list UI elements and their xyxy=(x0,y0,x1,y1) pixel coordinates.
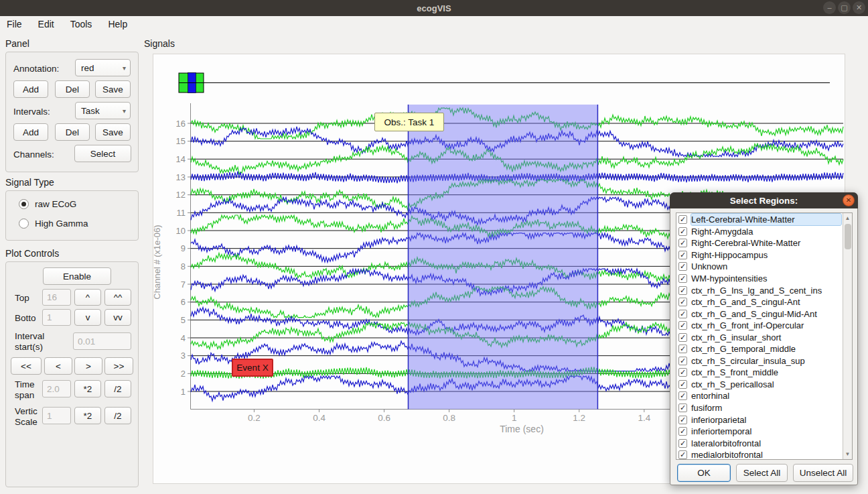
checkbox-checked-icon[interactable]: ✓ xyxy=(678,251,687,259)
checkbox-checked-icon[interactable]: ✓ xyxy=(678,227,687,236)
menu-file[interactable]: File xyxy=(0,19,30,29)
region-list-item[interactable]: ✓ctx_rh_G_insular_short xyxy=(676,331,843,343)
vscale-mul2-button[interactable]: *2 xyxy=(74,407,101,424)
time-span-input[interactable] xyxy=(42,380,71,397)
intervals-del-button[interactable]: Del xyxy=(55,123,90,141)
region-list-item[interactable]: ✓medialorbitofrontal xyxy=(676,449,843,460)
step-forward-button[interactable]: > xyxy=(74,357,102,375)
checkbox-checked-icon[interactable]: ✓ xyxy=(678,450,687,459)
minimize-icon[interactable]: – xyxy=(823,1,836,14)
close-icon[interactable]: ✕ xyxy=(853,1,865,14)
menu-edit[interactable]: Edit xyxy=(30,19,62,29)
ok-button[interactable]: OK xyxy=(677,464,731,482)
x-tick-label: 0.4 xyxy=(313,413,326,423)
channel-number-label: 4 xyxy=(181,333,186,343)
checkbox-checked-icon[interactable]: ✓ xyxy=(678,404,687,412)
unselect-all-button[interactable]: Unselect All xyxy=(793,464,853,482)
channels-select-button[interactable]: Select xyxy=(74,145,131,162)
region-list-item[interactable]: ✓ctx_rh_G_temporal_middle xyxy=(676,343,843,355)
x-tick-label: 0.2 xyxy=(248,413,261,423)
signal-type-groupbox xyxy=(5,190,139,241)
region-list-item[interactable]: ✓Unknown xyxy=(676,261,843,273)
checkbox-checked-icon[interactable]: ✓ xyxy=(678,274,687,283)
radio-high-gamma[interactable]: High Gamma xyxy=(19,219,88,229)
region-list-item[interactable]: ✓Left-Cerebral-White-Matter xyxy=(676,214,843,226)
checkbox-checked-icon[interactable]: ✓ xyxy=(678,262,687,271)
scroll-up-icon[interactable]: ▲ xyxy=(843,215,852,221)
top-input[interactable] xyxy=(42,289,71,306)
dialog-close-icon[interactable]: ✕ xyxy=(843,194,855,206)
checkbox-checked-icon[interactable]: ✓ xyxy=(678,215,687,224)
vscale-div2-button[interactable]: /2 xyxy=(104,407,131,424)
checkbox-checked-icon[interactable]: ✓ xyxy=(678,391,687,400)
checkbox-checked-icon[interactable]: ✓ xyxy=(678,345,687,353)
channel-upup-button[interactable]: ^^ xyxy=(104,289,131,306)
channel-downdown-button[interactable]: vv xyxy=(104,309,131,326)
interval-start-input[interactable] xyxy=(73,332,131,350)
select-all-button[interactable]: Select All xyxy=(736,464,788,482)
region-list-item[interactable]: ✓Right-Hippocampus xyxy=(676,249,843,261)
annotation-del-button[interactable]: Del xyxy=(55,80,90,98)
intervals-add-button[interactable]: Add xyxy=(13,123,48,141)
intervals-dropdown[interactable]: Task ▾ xyxy=(75,102,131,119)
region-list-item[interactable]: ✓entorhinal xyxy=(676,390,843,402)
checkbox-checked-icon[interactable]: ✓ xyxy=(678,321,687,330)
annotation-dropdown[interactable]: red ▾ xyxy=(75,59,131,76)
region-list-item[interactable]: ✓ctx_rh_G_front_inf-Opercular xyxy=(676,320,843,332)
channel-down-button[interactable]: v xyxy=(74,309,101,326)
page-forward-button[interactable]: >> xyxy=(104,357,133,375)
region-list-item[interactable]: ✓ctx_rh_S_pericallosal xyxy=(676,379,843,391)
vertical-scale-label: Vertic Scale xyxy=(15,406,45,428)
event-marker[interactable]: Event X xyxy=(232,359,273,377)
bottom-input[interactable] xyxy=(42,309,71,326)
region-label: ctx_rh_G_and_S_cingul-Ant xyxy=(691,296,843,308)
region-list-item[interactable]: ✓inferiorparietal xyxy=(676,414,843,426)
checkbox-checked-icon[interactable]: ✓ xyxy=(678,239,687,247)
checkbox-checked-icon[interactable]: ✓ xyxy=(678,298,687,306)
checkbox-checked-icon[interactable]: ✓ xyxy=(678,368,687,377)
region-list-item[interactable]: ✓Right-Amygdala xyxy=(676,226,843,238)
chevron-down-icon: ▾ xyxy=(123,64,126,72)
step-back-button[interactable]: < xyxy=(44,357,72,375)
vertical-scale-input[interactable] xyxy=(42,407,71,424)
annotation-add-button[interactable]: Add xyxy=(13,80,48,98)
region-label: ctx_rh_S_pericallosal xyxy=(691,379,843,390)
maximize-icon[interactable]: ▢ xyxy=(838,1,851,14)
channel-number-label: 11 xyxy=(177,208,186,218)
region-label: ctx_rh_S_front_middle xyxy=(691,367,843,378)
intervals-save-button[interactable]: Save xyxy=(95,123,131,141)
checkbox-checked-icon[interactable]: ✓ xyxy=(678,380,687,389)
checkbox-checked-icon[interactable]: ✓ xyxy=(678,439,687,448)
regions-list[interactable]: ✓Left-Cerebral-White-Matter✓Right-Amygda… xyxy=(676,212,853,460)
enable-button[interactable]: Enable xyxy=(43,267,111,285)
checkbox-checked-icon[interactable]: ✓ xyxy=(678,286,687,295)
checkbox-checked-icon[interactable]: ✓ xyxy=(678,416,687,424)
region-list-item[interactable]: ✓ctx_rh_S_circular_insula_sup xyxy=(676,355,843,367)
page-back-button[interactable]: << xyxy=(11,357,42,375)
menu-help[interactable]: Help xyxy=(100,19,135,29)
region-list-item[interactable]: ✓ctx_rh_G_and_S_cingul-Ant xyxy=(676,296,843,308)
channel-up-button[interactable]: ^ xyxy=(74,289,101,306)
region-list-item[interactable]: ✓ctx_rh_G_and_S_cingul-Mid-Ant xyxy=(676,308,843,320)
radio-raw-ecog[interactable]: raw ECoG xyxy=(19,199,76,209)
timespan-div2-button[interactable]: /2 xyxy=(104,380,131,397)
menu-tools[interactable]: Tools xyxy=(62,19,100,29)
checkbox-checked-icon[interactable]: ✓ xyxy=(678,357,687,365)
annotation-save-button[interactable]: Save xyxy=(95,80,131,98)
timespan-mul2-button[interactable]: *2 xyxy=(74,380,101,397)
region-list-item[interactable]: ✓lateralorbitofrontal xyxy=(676,437,843,449)
dialog-titlebar[interactable]: Select Regions: ✕ xyxy=(670,192,858,208)
checkbox-checked-icon[interactable]: ✓ xyxy=(678,333,687,342)
scrollbar-thumb[interactable] xyxy=(845,224,851,249)
checkbox-checked-icon[interactable]: ✓ xyxy=(678,427,687,436)
region-list-item[interactable]: ✓ctx_rh_G_Ins_lg_and_S_cent_ins xyxy=(676,284,843,296)
interval-selection-region[interactable] xyxy=(408,105,597,410)
region-list-item[interactable]: ✓inferiortemporal xyxy=(676,426,843,438)
region-list-item[interactable]: ✓Right-Cerebral-White-Matter xyxy=(676,237,843,249)
region-list-item[interactable]: ✓WM-hypointensities xyxy=(676,273,843,285)
region-list-item[interactable]: ✓fusiform xyxy=(676,402,843,414)
scroll-down-icon[interactable]: ▼ xyxy=(843,451,852,457)
list-scrollbar[interactable]: ▲ ▼ xyxy=(843,213,852,459)
region-list-item[interactable]: ✓ctx_rh_S_front_middle xyxy=(676,367,843,379)
checkbox-checked-icon[interactable]: ✓ xyxy=(678,310,687,318)
